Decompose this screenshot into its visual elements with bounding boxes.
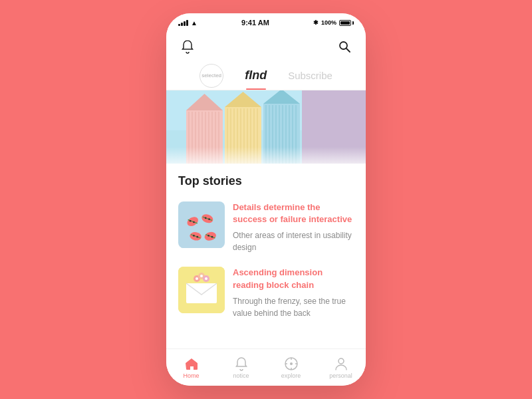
svg-point-54 [196,236,198,238]
story-text-1: Details determine the success or failure… [233,201,354,253]
hero-image [166,90,366,164]
svg-point-45 [190,220,192,222]
top-stories-title: Top stories [166,165,366,195]
watermelon-thumbnail [178,201,225,248]
bottom-nav-notice[interactable]: notice [216,356,266,379]
svg-point-57 [207,235,209,237]
bottom-nav-explore[interactable]: explore [266,356,316,379]
flowers-thumbnail [178,267,225,313]
svg-point-53 [193,235,195,237]
story-desc-1: Other areas of interest in usability des… [233,229,354,253]
svg-point-0 [340,42,347,49]
tab-selected-label: selected [201,72,221,78]
scroll-content: Top stories [166,165,366,348]
svg-line-1 [346,49,350,52]
tab-bar: selected fInd Subscribe [166,61,366,90]
svg-point-64 [196,277,198,280]
svg-point-49 [205,217,207,219]
svg-point-73 [338,358,344,364]
wifi-icon: ▲ [191,19,198,27]
battery-percent: 100% [321,19,336,26]
personal-icon [334,356,348,371]
search-button[interactable] [335,37,354,56]
story-desc-2: Through the frenzy, see the true value b… [233,295,354,319]
story-title-1: Details determine the success or failure… [233,201,354,225]
notice-icon [234,356,249,371]
explore-label: explore [281,372,301,379]
svg-point-68 [290,362,293,365]
tab-find-label: fInd [245,68,267,82]
story-thumb-1 [178,201,225,248]
story-card-1[interactable]: Details determine the success or failure… [166,195,366,260]
tab-selected[interactable]: selected [189,61,234,90]
svg-rect-42 [181,207,222,248]
story-text-2: Ascending dimension reading block chain … [233,267,354,319]
tab-find-underline [246,88,266,90]
svg-point-58 [211,236,213,238]
battery-icon [339,20,354,26]
svg-point-65 [200,275,203,277]
explore-icon [284,356,299,371]
phone-frame: ▲ 9:41 AM ✱ 100% [166,13,366,386]
status-left: ▲ [178,19,198,27]
top-nav [166,32,366,61]
status-right: ✱ 100% [313,19,354,26]
story-title-2: Ascending dimension reading block chain [233,267,354,291]
status-bar: ▲ 9:41 AM ✱ 100% [166,13,366,32]
bell-button[interactable] [178,37,197,56]
tab-subscribe-label: Subscribe [288,70,332,81]
svg-point-50 [208,218,210,220]
status-time: 9:41 AM [241,19,269,27]
tab-find[interactable]: fInd [234,61,277,90]
bluetooth-icon: ✱ [313,19,319,26]
svg-point-66 [205,277,207,280]
svg-rect-41 [166,147,366,164]
signal-icon [178,20,188,26]
story-thumb-2 [178,267,225,313]
notice-label: notice [233,372,249,379]
bottom-nav-personal[interactable]: personal [316,356,366,379]
tab-subscribe[interactable]: Subscribe [277,61,343,90]
story-card-2[interactable]: Ascending dimension reading block chain … [166,260,366,325]
svg-point-46 [193,221,195,223]
bottom-nav-home[interactable]: Home [166,356,216,379]
home-label: Home [183,372,199,379]
home-icon [184,356,199,371]
personal-label: personal [329,372,352,379]
bottom-nav: Home notice [166,348,366,386]
selected-circle-label[interactable]: selected [200,64,223,88]
